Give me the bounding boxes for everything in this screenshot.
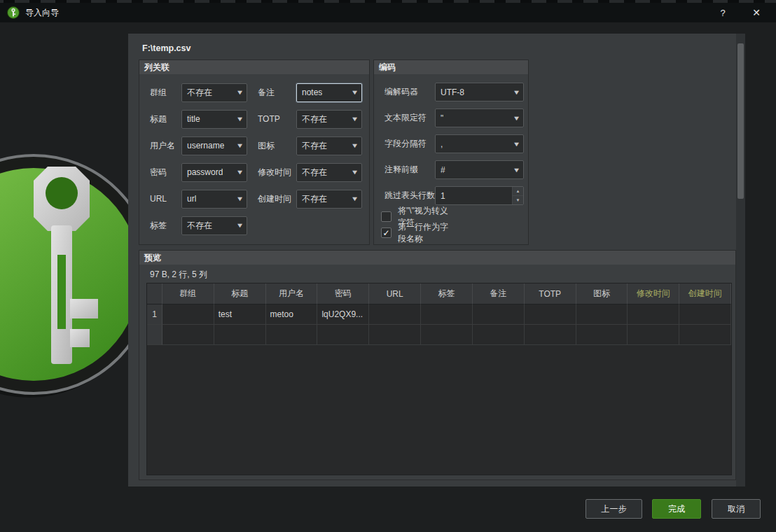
association-right-column: 备注notes▼TOTP不存在▼图标不存在▼修改时间不存在▼创建时间不存在▼ [258, 79, 362, 212]
chevron-down-icon: ▼ [351, 89, 359, 96]
column-header[interactable]: 备注 [473, 284, 525, 304]
chevron-down-icon: ▼ [513, 167, 521, 174]
column-header[interactable]: 修改时间 [628, 284, 679, 304]
groupbox-title: 预览 [139, 251, 735, 265]
chevron-down-icon: ▼ [513, 141, 521, 148]
table-cell[interactable]: test [214, 304, 266, 325]
column-header[interactable]: 图标 [576, 284, 628, 304]
table-cell[interactable] [317, 325, 369, 345]
table-cell[interactable] [369, 325, 421, 345]
encoding-select-dropdown[interactable]: "▼ [435, 108, 524, 127]
dropdown-value: 不存在 [302, 140, 327, 152]
column-select-dropdown[interactable]: title▼ [181, 110, 247, 129]
column-select-dropdown[interactable]: url▼ [181, 190, 247, 209]
table-cell[interactable] [525, 325, 576, 345]
field-row: 标题title▼ [150, 106, 247, 132]
table-cell[interactable] [473, 304, 525, 325]
table-cell[interactable] [162, 304, 214, 325]
dropdown-value: 不存在 [187, 220, 212, 232]
table-row[interactable]: 1testmetoolqU2QX9... [147, 304, 731, 325]
column-select-dropdown[interactable]: 不存在▼ [181, 216, 247, 235]
encoding-groupbox: 编码 编解码器UTF-8▼文本限定符"▼字段分隔符,▼注释前缀#▼跳过表头行数1… [373, 59, 529, 245]
close-button[interactable]: ✕ [744, 3, 769, 22]
field-row: 标签不存在▼ [150, 212, 247, 239]
table-header-row: 群组标题用户名密码URL标签备注TOTP图标修改时间创建时间 [147, 284, 731, 304]
preview-summary: 97 B, 2 行, 5 列 [150, 269, 207, 281]
table-cell[interactable] [162, 325, 214, 345]
column-select-dropdown[interactable]: 不存在▼ [296, 110, 362, 129]
field-label: 创建时间 [258, 193, 296, 205]
table-cell[interactable]: metoo [266, 304, 318, 325]
table-cell[interactable] [369, 304, 421, 325]
dropdown-value: password [187, 167, 223, 177]
row-number-cell: 1 [147, 304, 162, 325]
table-cell[interactable] [576, 325, 628, 345]
help-button[interactable]: ? [710, 3, 735, 22]
table-cell[interactable] [214, 325, 266, 345]
chevron-down-icon: ▼ [236, 115, 244, 122]
encoding-form: 编解码器UTF-8▼文本限定符"▼字段分隔符,▼注释前缀#▼跳过表头行数1▲▼将… [384, 79, 524, 241]
field-row: 字段分隔符,▼ [384, 131, 524, 157]
column-select-dropdown[interactable]: notes▼ [296, 83, 362, 102]
column-header[interactable]: 标题 [214, 284, 266, 304]
table-row[interactable] [147, 325, 731, 345]
column-select-dropdown[interactable]: password▼ [181, 163, 247, 182]
skip-lines-spinbox[interactable]: 1▲▼ [435, 186, 524, 205]
encoding-select-dropdown[interactable]: ,▼ [435, 134, 524, 153]
column-select-dropdown[interactable]: 不存在▼ [296, 163, 362, 182]
scrollbar-thumb[interactable] [737, 43, 744, 199]
encoding-select-dropdown[interactable]: #▼ [435, 160, 524, 179]
table-cell[interactable] [525, 304, 576, 325]
checkbox-label: 第一行作为字段名称 [398, 221, 448, 245]
dropdown-value: 不存在 [302, 113, 327, 125]
association-left-column: 群组不存在▼标题title▼用户名username▼密码password▼URL… [150, 79, 247, 239]
checkbox-checked[interactable]: ✓ [381, 227, 392, 238]
field-label: 标题 [150, 113, 181, 125]
dropdown-value: # [441, 165, 445, 175]
field-row: 图标不存在▼ [258, 132, 362, 159]
table-cell[interactable]: lqU2QX9... [317, 304, 369, 325]
field-row: 备注notes▼ [258, 79, 362, 106]
column-select-dropdown[interactable]: 不存在▼ [296, 190, 362, 209]
spin-up-button[interactable]: ▲ [513, 187, 523, 196]
table-cell[interactable] [266, 325, 318, 345]
preview-table: 群组标题用户名密码URL标签备注TOTP图标修改时间创建时间1testmetoo… [146, 283, 732, 475]
table-cell[interactable] [679, 304, 731, 325]
table-cell[interactable] [421, 325, 473, 345]
column-header[interactable]: TOTP [525, 284, 576, 304]
table-cell[interactable] [473, 325, 525, 345]
table-cell[interactable] [576, 304, 628, 325]
table-cell[interactable] [421, 304, 473, 325]
column-select-dropdown[interactable]: username▼ [181, 136, 247, 155]
field-label: 图标 [258, 140, 296, 152]
column-header[interactable]: 群组 [162, 284, 214, 304]
column-header[interactable]: 创建时间 [679, 284, 731, 304]
chevron-down-icon: ▼ [351, 142, 359, 149]
table-cell[interactable] [628, 304, 679, 325]
checkbox-unchecked[interactable] [381, 211, 392, 222]
column-select-dropdown[interactable]: 不存在▼ [181, 83, 247, 102]
field-label: 编解码器 [384, 86, 435, 98]
cancel-button[interactable]: 取消 [712, 499, 761, 519]
column-header[interactable]: URL [369, 284, 421, 304]
window-title: 导入向导 [25, 7, 59, 19]
finish-button[interactable]: 完成 [652, 499, 701, 519]
field-label: 跳过表头行数 [384, 190, 435, 202]
chevron-down-icon: ▼ [513, 89, 521, 96]
spin-down-button[interactable]: ▼ [513, 196, 523, 204]
column-header[interactable]: 用户名 [266, 284, 318, 304]
field-label: 修改时间 [258, 167, 296, 178]
table-cell[interactable] [628, 325, 679, 345]
field-row: URLurl▼ [150, 186, 247, 212]
column-association-groupbox: 列关联 群组不存在▼标题title▼用户名username▼密码password… [139, 59, 370, 245]
column-header[interactable]: 密码 [317, 284, 369, 304]
column-select-dropdown[interactable]: 不存在▼ [296, 136, 362, 155]
encoding-select-dropdown[interactable]: UTF-8▼ [435, 83, 524, 102]
table-cell[interactable] [679, 325, 731, 345]
keepassxc-app-icon [7, 6, 20, 19]
field-row: TOTP不存在▼ [258, 106, 362, 132]
column-header[interactable]: 标签 [421, 284, 473, 304]
field-label: 密码 [150, 167, 181, 178]
panel-scrollbar[interactable] [736, 34, 745, 486]
back-button[interactable]: 上一步 [586, 499, 642, 519]
